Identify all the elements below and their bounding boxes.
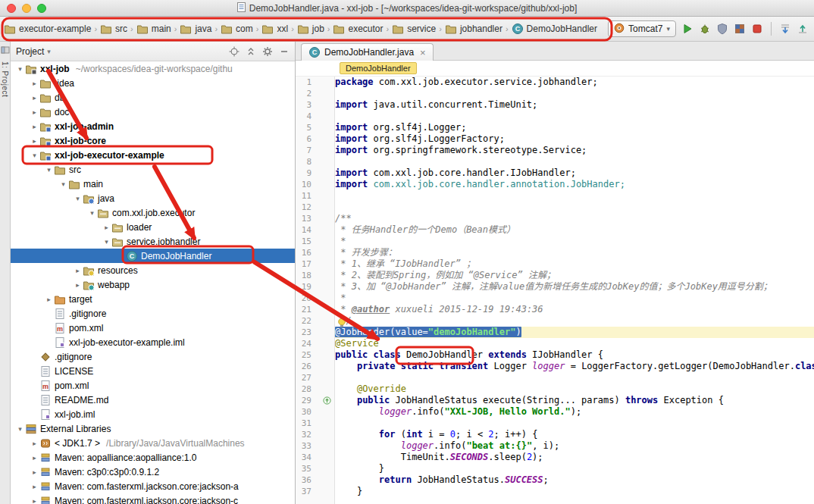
tree-item-src[interactable]: ▾src xyxy=(11,162,295,177)
gutter-line-number[interactable]: 34 xyxy=(296,452,334,463)
gutter-line-number[interactable]: 4 xyxy=(296,111,334,122)
tree-item-pom-xml[interactable]: mpom.xml xyxy=(11,321,295,335)
expand-arrow[interactable]: ▸ xyxy=(30,468,39,476)
run-config-select[interactable]: Tomcat7 ▾ xyxy=(608,20,676,37)
expand-arrow[interactable]: ▸ xyxy=(102,224,111,231)
tree-item-service-jobhandler[interactable]: ▾service.jobhandler xyxy=(11,234,295,249)
tree-item-xxl-job[interactable]: ▾xxl-job~/workspaces/idea-git-workspace/… xyxy=(11,61,295,76)
vcs-push-button[interactable] xyxy=(795,21,810,36)
gutter-line-number[interactable]: 15 xyxy=(296,236,334,247)
expand-arrow[interactable]: ▸ xyxy=(73,281,83,289)
breadcrumb-item-com[interactable]: com xyxy=(220,23,254,35)
gutter-line-number[interactable]: 31 xyxy=(296,418,334,429)
tree-item-doc[interactable]: ▸doc xyxy=(11,105,295,119)
tree-item-license[interactable]: LICENSE xyxy=(11,364,295,378)
gutter-line-number[interactable]: 2 xyxy=(296,88,334,99)
project-tool-window-tab[interactable]: 1: Project xyxy=(1,61,9,97)
expand-arrow[interactable]: ▸ xyxy=(30,137,39,145)
breadcrumb-item-job[interactable]: job xyxy=(296,23,325,35)
tree-item-pom-xml[interactable]: mpom.xml xyxy=(11,378,295,393)
gutter-line-number[interactable]: 27 xyxy=(296,372,334,383)
gutter-line-number[interactable]: 23 xyxy=(296,327,334,338)
gutter-line-number[interactable]: 26 xyxy=(296,361,334,372)
breadcrumb-item-executor[interactable]: executor xyxy=(332,23,384,35)
expand-arrow[interactable]: ▾ xyxy=(102,238,111,246)
gutter-line-number[interactable]: 7 xyxy=(296,145,334,156)
expand-arrow[interactable]: ▸ xyxy=(30,80,39,87)
tree-item-maven-com-fasterxml-jackson-core-jackson-c[interactable]: ▸Maven: com.fasterxml.jackson.core:jacks… xyxy=(11,493,295,504)
tree-item-external-libraries[interactable]: ▾External Libraries xyxy=(11,421,295,436)
expand-arrow[interactable]: ▸ xyxy=(30,94,39,102)
expand-arrow[interactable]: ▸ xyxy=(73,267,83,274)
gutter-line-number[interactable]: 5 xyxy=(296,122,334,133)
gutter-line-number[interactable]: 22 xyxy=(296,315,334,327)
vcs-update-button[interactable] xyxy=(778,21,793,36)
gutter-line-number[interactable]: 6 xyxy=(296,133,334,145)
gutter-line-number[interactable]: 14 xyxy=(296,224,334,236)
gutter-line-number[interactable]: 32 xyxy=(296,429,334,440)
collapse-all-icon[interactable] xyxy=(246,46,256,57)
breadcrumb-item-xxl[interactable]: xxl xyxy=(261,23,289,35)
expand-arrow[interactable]: ▸ xyxy=(30,108,39,116)
gutter-line-number[interactable]: 28 xyxy=(296,383,334,395)
code-editor[interactable]: 1234567891011121314151617181920212223242… xyxy=(296,77,814,504)
expand-arrow[interactable]: ▸ xyxy=(30,483,39,490)
breadcrumb-item-service[interactable]: service xyxy=(391,23,437,35)
gutter-line-number[interactable]: 1 xyxy=(296,77,334,88)
gutter-line-number[interactable]: 24 xyxy=(296,338,334,349)
tree-item-xxl-job-executor-example-iml[interactable]: xxl-job-executor-example.iml xyxy=(11,335,295,349)
breadcrumb-item-jobhandler[interactable]: jobhandler xyxy=(444,23,503,35)
gutter-line-number[interactable]: 3 xyxy=(296,99,334,111)
expand-arrow[interactable]: ▸ xyxy=(30,440,39,447)
profile-button[interactable] xyxy=(732,21,747,36)
breadcrumb-item-demojobhandler[interactable]: CDemoJobHandler xyxy=(511,23,598,35)
gutter-line-number[interactable]: 35 xyxy=(296,463,334,474)
breadcrumb-item-executor-example[interactable]: executor-example xyxy=(3,23,92,35)
gutter-line-number[interactable]: 12 xyxy=(296,202,334,213)
hide-icon[interactable] xyxy=(279,46,290,57)
close-tab-icon[interactable]: × xyxy=(420,48,426,58)
gutter-line-number[interactable]: 11 xyxy=(296,190,334,202)
tree-item-maven-com-fasterxml-jackson-core-jackson-a[interactable]: ▸Maven: com.fasterxml.jackson.core:jacks… xyxy=(11,479,295,493)
expand-arrow[interactable]: ▸ xyxy=(30,497,39,504)
tree-item-webapp[interactable]: ▸webapp xyxy=(11,277,295,292)
gutter-line-number[interactable]: 10 xyxy=(296,179,334,190)
override-gutter-icon[interactable] xyxy=(323,396,331,405)
expand-arrow[interactable]: ▾ xyxy=(15,425,25,433)
tree-item-target[interactable]: ▸target xyxy=(11,292,295,306)
editor-breadcrumb-chip[interactable]: DemoJobHandler xyxy=(340,62,417,74)
expand-arrow[interactable]: ▾ xyxy=(15,65,25,73)
tree-item-maven-c3p0-c3p0-0-9-1-2[interactable]: ▸Maven: c3p0:c3p0:0.9.1.2 xyxy=(11,465,295,479)
locate-icon[interactable] xyxy=(229,46,240,57)
tree-item-xxl-job-core[interactable]: ▸xxl-job-core xyxy=(11,133,295,148)
editor-tab[interactable]: C DemoJobHandler.java × xyxy=(301,43,434,61)
tree-item-db[interactable]: ▸db xyxy=(11,90,295,105)
tree-item-com-xxl-job-executor[interactable]: ▾com.xxl.job.executor xyxy=(11,205,295,220)
intention-bulb-icon[interactable] xyxy=(337,318,346,328)
gutter-line-number[interactable]: 19 xyxy=(296,281,334,293)
breadcrumb-item-main[interactable]: main xyxy=(136,23,172,35)
tree-item-main[interactable]: ▾main xyxy=(11,177,295,191)
run-button[interactable] xyxy=(680,21,695,36)
expand-arrow[interactable]: ▸ xyxy=(30,123,39,130)
expand-arrow[interactable]: ▾ xyxy=(87,209,97,217)
breadcrumb-item-java[interactable]: java xyxy=(179,23,212,35)
gutter-line-number[interactable]: 17 xyxy=(296,258,334,270)
tree-item-resources[interactable]: ▸resources xyxy=(11,263,295,277)
expand-arrow[interactable]: ▾ xyxy=(73,195,83,202)
tree-item-jdk1-7[interactable]: ▸< JDK1.7 >/Library/Java/JavaVirtualMach… xyxy=(11,436,295,450)
gutter-line-number[interactable]: 29 xyxy=(296,395,334,406)
gutter-line-number[interactable]: 21 xyxy=(296,304,334,315)
gutter-line-number[interactable]: 30 xyxy=(296,406,334,418)
project-panel-title[interactable]: Project xyxy=(16,46,44,57)
gutter-line-number[interactable]: 16 xyxy=(296,247,334,258)
settings-gear-icon[interactable] xyxy=(262,46,273,57)
gutter-line-number[interactable]: 33 xyxy=(296,440,334,452)
expand-arrow[interactable]: ▾ xyxy=(30,152,39,159)
gutter-line-number[interactable]: 36 xyxy=(296,474,334,486)
debug-button[interactable] xyxy=(697,21,712,36)
gutter-line-number[interactable]: 37 xyxy=(296,486,334,497)
gutter-line-number[interactable]: 13 xyxy=(296,213,334,224)
gutter-line-number[interactable]: 20 xyxy=(296,293,334,304)
gutter-line-number[interactable]: 18 xyxy=(296,270,334,281)
